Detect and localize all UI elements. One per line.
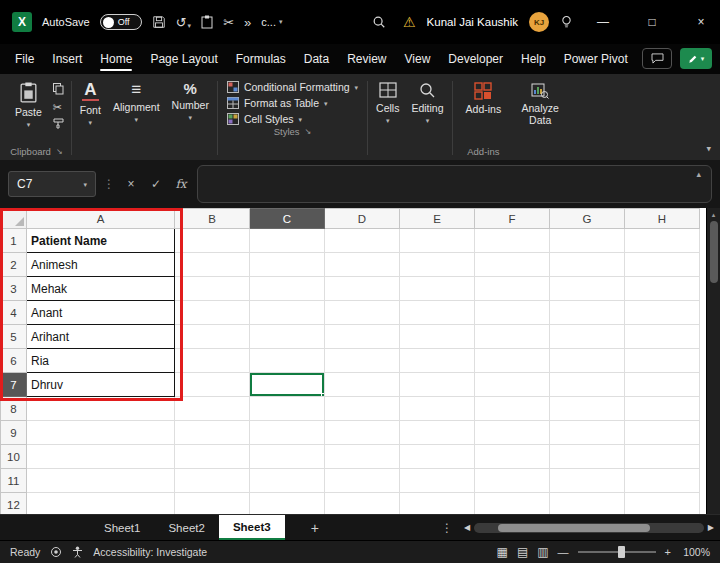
cell-C9[interactable] [250,421,325,445]
cell-H10[interactable] [625,445,700,469]
cell-E6[interactable] [400,349,475,373]
cell-H8[interactable] [625,397,700,421]
cell-A8[interactable] [27,397,175,421]
copy-icon[interactable] [53,83,64,97]
cell-B2[interactable] [175,253,250,277]
cell-B12[interactable] [175,493,250,515]
cell-H4[interactable] [625,301,700,325]
cell-H7[interactable] [625,373,700,397]
cell-A12[interactable] [27,493,175,515]
cell-B3[interactable] [175,277,250,301]
editing-group-button[interactable]: Editing ▾ [405,76,449,160]
row-header-12[interactable]: 12 [1,493,27,515]
close-button[interactable]: × [682,0,720,44]
cell-A10[interactable] [27,445,175,469]
autosave-toggle[interactable]: Off [100,14,142,30]
cell-D2[interactable] [325,253,400,277]
cell-F9[interactable] [475,421,550,445]
scroll-left-icon[interactable]: ◀ [464,523,470,532]
analyze-data-button[interactable]: Analyze Data [512,76,568,160]
cell-C3[interactable] [250,277,325,301]
row-header-9[interactable]: 9 [1,421,27,445]
sheet-tab-sheet2[interactable]: Sheet2 [154,515,218,540]
cell-E12[interactable] [400,493,475,515]
page-layout-view-icon[interactable]: ▤ [517,545,528,559]
row-header-1[interactable]: 1 [1,229,27,253]
cell-G8[interactable] [550,397,625,421]
format-painter-icon[interactable] [53,118,64,131]
row-header-8[interactable]: 8 [1,397,27,421]
cell-B10[interactable] [175,445,250,469]
row-header-3[interactable]: 3 [1,277,27,301]
column-header-D[interactable]: D [325,209,400,229]
cell-F3[interactable] [475,277,550,301]
format-as-table-button[interactable]: Format as Table ▾ [227,97,358,109]
cell-E1[interactable] [400,229,475,253]
cell-G11[interactable] [550,469,625,493]
fill-handle[interactable] [321,393,325,397]
account-name[interactable]: Kunal Jai Kaushik [427,16,518,28]
cell-D6[interactable] [325,349,400,373]
scroll-right-icon[interactable]: ▶ [708,523,714,532]
cell-F8[interactable] [475,397,550,421]
formula-input[interactable]: ▴ [197,165,712,203]
search-icon[interactable] [372,15,386,33]
cell-D4[interactable] [325,301,400,325]
cell-A11[interactable] [27,469,175,493]
column-header-A[interactable]: A [27,209,175,229]
column-header-B[interactable]: B [175,209,250,229]
cell-F1[interactable] [475,229,550,253]
column-header-G[interactable]: G [550,209,625,229]
add-sheet-button[interactable]: + [299,515,331,540]
quick-access-dropdown[interactable]: c... ▾ [261,16,282,28]
tab-home[interactable]: Home [91,46,141,74]
clipboard-icon[interactable] [201,15,213,29]
cell-styles-button[interactable]: Cell Styles ▾ [227,113,358,125]
cells-group-button[interactable]: Cells ▾ [370,76,405,160]
cell-B8[interactable] [175,397,250,421]
cell-B7[interactable] [175,373,250,397]
styles-dialog-launcher[interactable]: ↘ [305,127,312,136]
row-header-11[interactable]: 11 [1,469,27,493]
cell-B5[interactable] [175,325,250,349]
vertical-scroll-thumb[interactable] [710,221,718,283]
row-header-10[interactable]: 10 [1,445,27,469]
cell-D5[interactable] [325,325,400,349]
horizontal-scrollbar[interactable]: ◀ ▶ [462,515,720,540]
cell-E7[interactable] [400,373,475,397]
macro-record-icon[interactable] [50,546,62,558]
lightbulb-icon[interactable] [560,15,573,29]
cell-E4[interactable] [400,301,475,325]
cell-H12[interactable] [625,493,700,515]
sheetbar-menu-icon[interactable]: ⋮ [432,515,462,540]
cell-C2[interactable] [250,253,325,277]
cell-C10[interactable] [250,445,325,469]
cell-D1[interactable] [325,229,400,253]
cell-F4[interactable] [475,301,550,325]
cell-B6[interactable] [175,349,250,373]
collapse-formula-bar-icon[interactable]: ▴ [696,169,701,179]
sheet-tab-sheet1[interactable]: Sheet1 [90,515,154,540]
cell-C8[interactable] [250,397,325,421]
scroll-up-icon[interactable]: ▴ [712,208,716,221]
cell-D8[interactable] [325,397,400,421]
cell-E11[interactable] [400,469,475,493]
paste-button[interactable]: Paste ▾ [9,77,48,130]
cell-A1[interactable]: Patient Name [27,229,175,253]
cell-H2[interactable] [625,253,700,277]
cut-icon[interactable]: ✂ [53,102,64,113]
warning-icon[interactable]: ⚠ [403,14,416,30]
cell-B4[interactable] [175,301,250,325]
cell-A5[interactable]: Arihant [27,325,175,349]
cell-E2[interactable] [400,253,475,277]
accessibility-icon[interactable] [72,546,83,558]
row-header-5[interactable]: 5 [1,325,27,349]
tab-power-pivot[interactable]: Power Pivot [555,46,637,74]
column-header-H[interactable]: H [625,209,700,229]
cell-G3[interactable] [550,277,625,301]
cell-D7[interactable] [325,373,400,397]
cell-A2[interactable]: Animesh [27,253,175,277]
cell-F12[interactable] [475,493,550,515]
conditional-formatting-button[interactable]: Conditional Formatting ▾ [227,81,358,93]
column-header-F[interactable]: F [475,209,550,229]
